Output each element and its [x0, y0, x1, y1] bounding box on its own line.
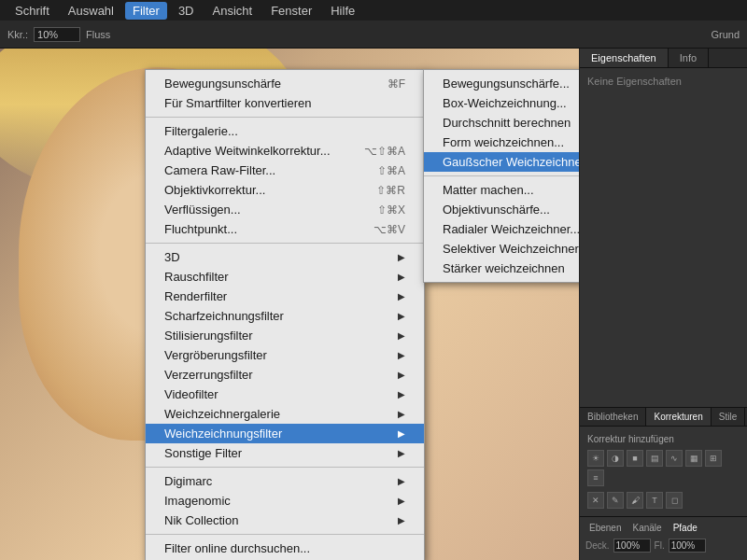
separator-4: [146, 534, 424, 535]
filter-digimarc[interactable]: Digimarc ▶: [146, 471, 424, 491]
corr-icon-filter2[interactable]: ⊞: [705, 450, 722, 467]
sub-bewegungsunschärfe[interactable]: Bewegungsunschärfe...: [424, 74, 579, 93]
filter-rauschfilter[interactable]: Rauschfilter ▶: [146, 267, 424, 287]
deck-input[interactable]: [613, 539, 651, 553]
menu-auswahl[interactable]: Auswahl: [61, 2, 121, 20]
filter-dropdown-menu: Bewegungsunschärfe ⌘F Für Smartfilter ko…: [145, 69, 425, 560]
corr-icon-levels[interactable]: ▤: [646, 450, 663, 467]
library-tabs: Bibliotheken Korrekturen Stile: [580, 407, 747, 427]
filter-verfluessigen[interactable]: Verflüssigen... ⇧⌘X: [146, 200, 424, 219]
right-panel: Eigenschaften Info Keine Eigenschaften B…: [579, 49, 747, 560]
kkr-input[interactable]: [34, 27, 80, 42]
menu-schrift[interactable]: Schrift: [7, 2, 57, 20]
corr-icon-shape[interactable]: ◻: [666, 492, 683, 509]
menu-ansicht[interactable]: Ansicht: [205, 2, 261, 20]
menu-hilfe[interactable]: Hilfe: [323, 2, 362, 20]
toolbar: Kkr.: Fluss Grund: [0, 21, 747, 49]
layers-panel: Ebenen Kanäle Pfade Deck. Fl.: [580, 516, 747, 560]
filter-stilisierung[interactable]: Stilisierungsfilter ▶: [146, 326, 424, 345]
sub-stärker[interactable]: Stärker weichzeichnen: [424, 259, 579, 278]
filter-weichzeichnungsfilter[interactable]: Weichzeichnungsfilter ▶: [146, 424, 424, 443]
filter-camera-raw[interactable]: Camera Raw-Filter... ⇧⌘A: [146, 161, 424, 180]
corr-icon-curves[interactable]: ∿: [666, 450, 683, 467]
corr-icon-pencil[interactable]: ✎: [607, 492, 624, 509]
menu-filter[interactable]: Filter: [125, 2, 167, 20]
layers-controls: Deck. Fl.: [585, 539, 741, 553]
corr-icon-brush[interactable]: 🖌: [627, 492, 643, 509]
filter-objektivkorrektur[interactable]: Objektivkorrektur... ⇧⌘R: [146, 180, 424, 200]
correction-icons-row2: ✕ ✎ 🖌 T ◻: [587, 492, 740, 509]
tab-stile[interactable]: Stile: [712, 408, 745, 426]
filter-sonstige[interactable]: Sonstige Filter ▶: [146, 443, 424, 463]
properties-tabs: Eigenschaften Info: [580, 49, 747, 68]
filter-scharfzeichnung[interactable]: Scharfzeichnungsfilter ▶: [146, 306, 424, 326]
tab-eigenschaften[interactable]: Eigenschaften: [580, 49, 669, 67]
fl-label: Fl.: [655, 540, 665, 551]
filter-verzerrung[interactable]: Verzerrungsfilter ▶: [146, 365, 424, 385]
sub-matter-machen[interactable]: Matter machen...: [424, 180, 579, 200]
sub-gausscher-weichzeichner[interactable]: Gaußscher Weichzeichner...: [424, 152, 579, 172]
tab-bibliotheken[interactable]: Bibliotheken: [580, 408, 646, 426]
menu-bar: Schrift Auswahl Filter 3D Ansicht Fenste…: [0, 0, 747, 21]
correction-icons: ☀ ◑ ■ ▤ ∿ ▦ ⊞ ≡: [587, 450, 740, 486]
kkr-label: Kkr.:: [7, 29, 28, 40]
filter-videofilter[interactable]: Videofilter ▶: [146, 385, 424, 404]
corr-icon-text[interactable]: T: [646, 492, 663, 509]
filter-bewegungsunschärfe[interactable]: Bewegungsunschärfe ⌘F: [146, 74, 424, 93]
separator-2: [146, 243, 424, 244]
filter-renderfilter[interactable]: Renderfilter ▶: [146, 287, 424, 306]
tab-korrekturen[interactable]: Korrekturen: [646, 408, 711, 426]
corr-icons-row2: ✕ ✎ 🖌 T ◻: [587, 492, 740, 509]
canvas-area: Bewegungsunschärfe ⌘F Für Smartfilter ko…: [0, 49, 579, 560]
properties-content: Keine Eigenschaften: [580, 68, 747, 407]
filter-3d[interactable]: 3D ▶: [146, 247, 424, 267]
fl-input[interactable]: [669, 539, 706, 553]
filter-smartfilter[interactable]: Für Smartfilter konvertieren: [146, 93, 424, 113]
no-properties-text: Keine Eigenschaften: [587, 76, 682, 87]
corr-icon-filter1[interactable]: ▦: [685, 450, 702, 467]
layers-tabs: Ebenen Kanäle Pfade: [585, 521, 741, 535]
sub-durchschnitt[interactable]: Durchschnitt berechnen: [424, 113, 579, 133]
corr-icon-sun[interactable]: ☀: [587, 450, 604, 467]
filter-vergroberung[interactable]: Vergröberungsfilter ▶: [146, 345, 424, 365]
sub-box-weichzeichnung[interactable]: Box-Weichzeichnung...: [424, 93, 579, 113]
filter-fluchtpunkt[interactable]: Fluchtpunkt... ⌥⌘V: [146, 219, 424, 239]
sub-separator-1: [424, 175, 579, 176]
tab-ebenen[interactable]: Ebenen: [585, 521, 625, 535]
filter-adaptive-weitwinkel[interactable]: Adaptive Weitwinkelkorrektur... ⌥⇧⌘A: [146, 141, 424, 161]
filter-imagenomic[interactable]: Imagenomic ▶: [146, 491, 424, 511]
fluss-label: Fluss: [86, 29, 110, 40]
sub-selektiver[interactable]: Selektiver Weichzeichner...: [424, 239, 579, 259]
weichzeichnungsfilter-submenu: Bewegungsunschärfe... Box-Weichzeichnung…: [423, 69, 579, 283]
main-area: Bewegungsunschärfe ⌘F Für Smartfilter ko…: [0, 49, 747, 560]
deck-label: Deck.: [585, 540, 610, 551]
sub-radialer[interactable]: Radialer Weichzeichner...: [424, 219, 579, 239]
filter-weichzeichnergalerie[interactable]: Weichzeichnergalerie ▶: [146, 404, 424, 424]
filter-filtergalerie[interactable]: Filtergalerie...: [146, 121, 424, 141]
separator-3: [146, 467, 424, 468]
corr-icon-x[interactable]: ✕: [587, 492, 604, 509]
menu-fenster[interactable]: Fenster: [263, 2, 319, 20]
corr-icon-contrast[interactable]: ◑: [607, 450, 624, 467]
sub-objektivunschärfe[interactable]: Objektivunschärfe...: [424, 200, 579, 219]
corr-title: Korrektur hinzufügen: [587, 434, 740, 444]
separator-1: [146, 117, 424, 118]
tab-kanäle[interactable]: Kanäle: [628, 521, 665, 535]
corrections-content: Korrektur hinzufügen ☀ ◑ ■ ▤ ∿ ▦ ⊞ ≡ ✕ ✎…: [580, 427, 747, 516]
sub-form-weichzeichnen[interactable]: Form weichzeichnen...: [424, 133, 579, 152]
tab-pfade[interactable]: Pfade: [669, 521, 701, 535]
corr-icon-filter3[interactable]: ≡: [587, 469, 604, 486]
menu-3d[interactable]: 3D: [171, 2, 202, 20]
filter-online-suchen[interactable]: Filter online durchsuchen...: [146, 539, 424, 558]
grund-label: Grund: [711, 29, 740, 40]
tab-info[interactable]: Info: [669, 49, 709, 67]
filter-nik-collection[interactable]: Nik Collection ▶: [146, 511, 424, 530]
corr-icon-color[interactable]: ■: [627, 450, 643, 467]
